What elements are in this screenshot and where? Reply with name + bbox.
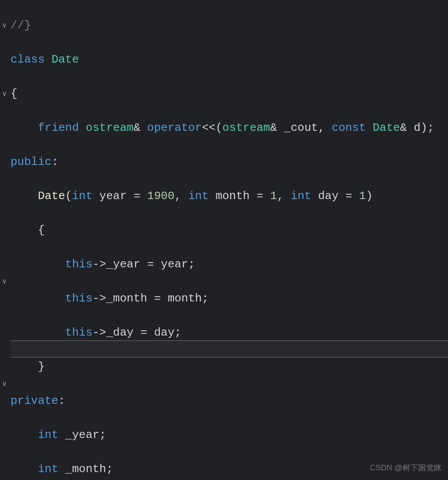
keyword: class [11, 53, 45, 66]
code-line: class Date [11, 51, 448, 68]
text [366, 121, 373, 134]
code-line: } [11, 358, 448, 375]
indent [11, 360, 38, 373]
number: 1900 [147, 189, 174, 203]
indent [11, 292, 65, 305]
watermark: CSDN @树下困觉眯 [370, 459, 442, 476]
text: ->_month = month; [92, 292, 208, 305]
code-line: { [11, 85, 448, 102]
text: , [175, 189, 188, 203]
keyword: int [38, 462, 58, 476]
text: ->_day = day; [92, 326, 181, 339]
text: _month; [58, 462, 113, 476]
keyword: const [332, 121, 366, 134]
constructor: Date [38, 189, 65, 203]
code-line: this->_day = day; [11, 324, 448, 341]
fold-gutter: ∨ ∨ ∨ ∨ [0, 0, 10, 480]
fold-marker[interactable]: ∨ [1, 278, 8, 285]
code-line: { [11, 222, 448, 239]
indent [11, 189, 38, 203]
text: month = [209, 189, 270, 203]
code-line: //} [11, 17, 448, 34]
fold-marker[interactable]: ∨ [1, 91, 8, 98]
text [79, 121, 86, 134]
comment: //} [11, 19, 31, 32]
text: & _cout, [270, 121, 332, 134]
text: & d); [400, 121, 434, 134]
indent [11, 258, 65, 271]
indent [11, 224, 38, 237]
text: & [134, 121, 147, 134]
indent [11, 428, 38, 441]
text: day = [311, 189, 359, 203]
brace: { [11, 87, 18, 100]
code-line: int _year; [11, 427, 448, 444]
text: : [58, 394, 65, 407]
brace: { [38, 224, 45, 237]
keyword: int [188, 189, 209, 203]
indent [11, 326, 65, 339]
type-name: Date [52, 53, 79, 66]
text: ->_year = year; [92, 258, 195, 271]
paren: ( [65, 189, 72, 203]
keyword: operator [147, 121, 202, 134]
text: year = [92, 189, 147, 203]
paren: ) [366, 189, 373, 203]
type-name: Date [373, 121, 400, 134]
keyword: this [65, 326, 92, 339]
code-line: this->_year = year; [11, 256, 448, 273]
text [45, 53, 52, 66]
keyword: this [65, 292, 92, 305]
number: 1 [270, 189, 277, 203]
indent [11, 121, 38, 134]
type-name: ostream [86, 121, 134, 134]
keyword: private [11, 394, 58, 407]
text: _year; [58, 428, 106, 441]
code-line: Date(int year = 1900, int month = 1, int… [11, 188, 448, 205]
number: 1 [359, 189, 366, 203]
code-line: public: [11, 154, 448, 171]
keyword: this [65, 258, 92, 271]
fold-marker[interactable]: ∨ [1, 381, 8, 388]
brace: } [38, 360, 45, 373]
code-line: private: [11, 392, 448, 410]
type-name: ostream [222, 121, 270, 134]
keyword: public [11, 155, 52, 168]
keyword: int [291, 189, 311, 203]
fold-marker[interactable]: ∨ [1, 22, 8, 29]
code-area[interactable]: //} class Date { friend ostream& operato… [11, 0, 448, 480]
text: <<( [202, 121, 222, 134]
text: , [277, 189, 291, 203]
keyword: int [72, 189, 92, 203]
indent [11, 462, 38, 476]
code-line: this->_month = month; [11, 290, 448, 307]
code-line: friend ostream& operator<<(ostream& _cou… [11, 119, 448, 137]
keyword: friend [38, 121, 79, 134]
keyword: int [38, 428, 58, 441]
text: : [52, 155, 59, 168]
